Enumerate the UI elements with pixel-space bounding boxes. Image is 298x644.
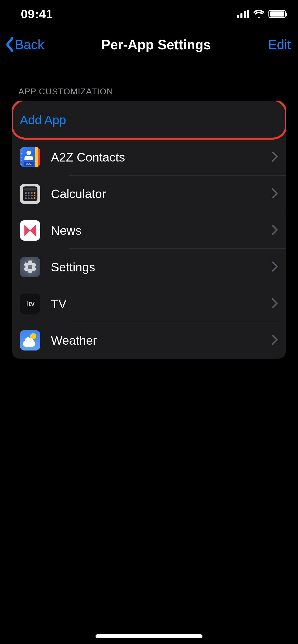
app-row-a2z-contacts[interactable]: A2Z A2Z Contacts (12, 139, 286, 175)
chevron-right-icon (272, 225, 278, 236)
chevron-right-icon (272, 261, 278, 273)
back-button[interactable]: Back (5, 37, 44, 52)
status-bar: 09:41 (0, 0, 298, 28)
app-label: Calculator (51, 187, 272, 201)
edit-button[interactable]: Edit (268, 37, 291, 52)
app-row-settings[interactable]: Settings (12, 249, 286, 285)
app-customization-group: Add App A2Z A2Z Contacts Calculator (12, 101, 286, 359)
add-app-label: Add App (20, 113, 66, 127)
app-label: News (51, 224, 272, 238)
tv-app-icon: tv (20, 294, 40, 314)
chevron-right-icon (272, 298, 278, 310)
app-label: Settings (51, 260, 272, 274)
back-label: Back (15, 37, 44, 52)
status-icons (237, 10, 286, 18)
a2z-contacts-app-icon: A2Z (20, 147, 40, 167)
app-row-calculator[interactable]: Calculator (12, 175, 286, 212)
news-app-icon (20, 220, 40, 241)
cellular-signal-icon (237, 10, 249, 18)
weather-app-icon (20, 330, 40, 350)
home-indicator[interactable] (96, 634, 202, 638)
battery-icon (268, 10, 286, 18)
chevron-right-icon (272, 151, 278, 163)
tv-icon-text: tv (29, 300, 35, 308)
settings-app-icon (20, 257, 40, 277)
chevron-left-icon (5, 37, 15, 52)
section-header: APP CUSTOMIZATION (12, 86, 286, 101)
add-app-row[interactable]: Add App (12, 101, 286, 139)
app-row-news[interactable]: News (12, 212, 286, 249)
calculator-app-icon (20, 184, 40, 204)
content: APP CUSTOMIZATION Add App A2Z A2Z Contac… (0, 86, 298, 359)
app-label: A2Z Contacts (51, 150, 272, 164)
app-label: TV (51, 297, 272, 311)
wifi-icon (253, 10, 264, 18)
navigation-bar: Back Per-App Settings Edit (0, 28, 298, 61)
chevron-right-icon (272, 334, 278, 346)
status-time: 09:41 (21, 7, 53, 21)
apple-logo-icon:  (25, 300, 28, 307)
app-row-tv[interactable]: tv TV (12, 285, 286, 322)
a2z-icon-tag: A2Z (24, 162, 34, 166)
app-row-weather[interactable]: Weather (12, 322, 286, 359)
app-label: Weather (51, 333, 272, 347)
chevron-right-icon (272, 188, 278, 200)
page-title: Per-App Settings (101, 37, 211, 52)
